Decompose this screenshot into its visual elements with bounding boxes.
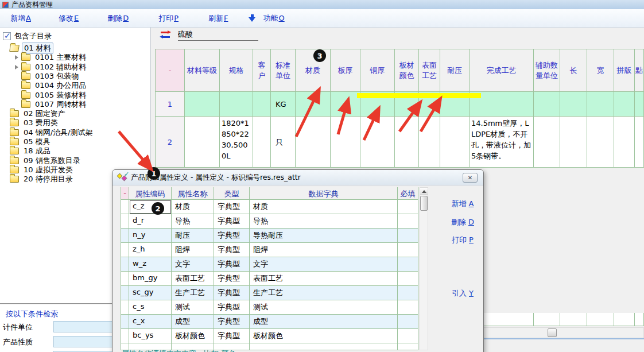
tree-item[interactable]: 02 固定资产 — [3, 109, 67, 118]
table-cell[interactable] — [635, 117, 644, 168]
table-cell[interactable]: 1820*1850*2230,5000L — [220, 117, 253, 168]
table-cell[interactable] — [534, 117, 560, 168]
tree-item[interactable]: 0107 周转材料 — [15, 100, 88, 109]
dialog-grid-row[interactable]: sc_gy生产工艺字典型生产工艺 — [121, 286, 418, 300]
tree-item[interactable]: 10 虚拟开发类 — [3, 165, 75, 175]
table-cell[interactable] — [185, 92, 220, 117]
dialog-grid-cell[interactable]: 材质 — [250, 200, 398, 214]
table-cell[interactable] — [331, 117, 360, 168]
dialog-grid-cell[interactable] — [398, 272, 418, 286]
dialog-grid-cell[interactable] — [398, 257, 418, 272]
tree-item[interactable]: 01 材料 — [3, 44, 53, 53]
tree-item[interactable]: 0101 主要材料 — [15, 53, 88, 62]
dialog-grid-cell[interactable]: 字典型 — [214, 257, 250, 272]
dialog-column-header-必填[interactable]: 必填 — [398, 187, 418, 200]
dialog-grid-cell[interactable]: d_r — [129, 214, 172, 229]
dialog-print-button[interactable]: 打印P — [444, 235, 481, 245]
dialog-column-header-数据字典[interactable]: 数据字典 — [250, 187, 398, 200]
dialog-grid-cell[interactable]: 生产工艺 — [172, 286, 214, 300]
dialog-grid-cell[interactable] — [398, 243, 418, 257]
dialog-grid-cell[interactable]: c_x — [129, 315, 172, 329]
tree-item[interactable]: 0102 辅助材料 — [15, 63, 88, 72]
column-header-长[interactable]: 长 — [560, 49, 587, 92]
table-cell[interactable] — [560, 117, 587, 168]
table-cell[interactable] — [253, 117, 271, 168]
tree-item[interactable]: 0105 装修材料 — [15, 91, 88, 100]
tree-item[interactable]: 18 成品 — [3, 146, 52, 156]
table-cell[interactable]: 14.5mm壁厚，LLDPE材质，不开孔，带液位计，加5条钢带。 — [470, 117, 534, 168]
dialog-grid-cell[interactable]: 材质 — [172, 200, 214, 214]
footer-cell[interactable] — [635, 313, 644, 326]
dialog-grid-cell[interactable]: c_z — [129, 200, 172, 214]
dialog-grid-cell[interactable]: 字典型 — [214, 200, 250, 214]
table-cell[interactable] — [587, 117, 614, 168]
column-header-板厚[interactable]: 板厚 — [331, 49, 360, 92]
dialog-grid-cell[interactable]: c_s — [129, 300, 172, 315]
dialog-grid-cell[interactable]: n_y — [129, 229, 172, 243]
dialog-grid-cell[interactable]: 成型 — [172, 315, 214, 329]
dialog-grid-cell[interactable]: 阻焊 — [172, 243, 214, 257]
dialog-grid-cell[interactable]: 字典型 — [214, 300, 250, 315]
tree-item[interactable]: 0103 包装物 — [15, 72, 80, 81]
dialog-grid-row[interactable]: bc_ys板材颜色字典型板材颜色 — [121, 329, 418, 343]
column-header-客户[interactable]: 客户 — [253, 49, 271, 92]
dialog-grid-cell[interactable] — [398, 214, 418, 229]
column-header-辅助数量单位[interactable]: 辅助数量单位 — [534, 49, 560, 92]
tree-expander-icon[interactable] — [15, 55, 18, 60]
dialog-scrollbar-thumb[interactable] — [420, 196, 428, 211]
dialog-grid-row[interactable]: c_z材质字典型材质 — [121, 200, 418, 214]
scrollbar-up-arrow-icon[interactable] — [420, 188, 428, 195]
table-cell[interactable] — [440, 117, 470, 168]
column-header-铜厚[interactable]: 铜厚 — [360, 49, 395, 92]
dialog-grid-cell[interactable]: 字典型 — [214, 286, 250, 300]
dialog-row-selector-cell[interactable] — [121, 300, 129, 315]
dialog-row-selector-cell[interactable] — [121, 200, 129, 214]
dialog-vertical-scrollbar[interactable] — [420, 187, 428, 350]
footer-cell[interactable] — [534, 313, 560, 326]
footer-cell[interactable] — [560, 313, 587, 326]
dialog-grid-cell[interactable] — [398, 329, 418, 343]
dialog-grid-cell[interactable]: 字典型 — [214, 243, 250, 257]
dialog-row-selector-cell[interactable] — [121, 272, 129, 286]
row-number-cell[interactable]: 2 — [155, 117, 185, 168]
dialog-row-selector-cell[interactable] — [121, 243, 129, 257]
table-cell[interactable]: KG — [271, 92, 296, 117]
toolbar-button-add[interactable]: 新增A — [5, 11, 37, 25]
dialog-grid-cell[interactable]: 耐压 — [172, 229, 214, 243]
dialog-row-selector-cell[interactable] — [121, 315, 129, 329]
dialog-column-header-selector[interactable]: - — [121, 187, 129, 200]
dialog-grid-cell[interactable]: 导热 — [250, 214, 398, 229]
table-cell[interactable] — [534, 92, 560, 117]
dialog-grid-row[interactable]: d_r导热字典型导热 — [121, 214, 418, 229]
toolbar-button-functions[interactable]: 功能O — [257, 11, 290, 25]
dialog-import-button[interactable]: 引入Y — [444, 288, 481, 299]
table-cell[interactable] — [296, 92, 331, 117]
dialog-grid-cell[interactable]: w_z — [129, 257, 172, 272]
tree-item[interactable]: 20 待停用目录 — [3, 175, 75, 184]
toolbar-button-delete[interactable]: 删除D — [102, 11, 134, 25]
dialog-grid-cell[interactable]: 文字 — [172, 257, 214, 272]
column-header-标准单位[interactable]: 标准单位 — [271, 49, 296, 92]
dialog-grid-cell[interactable]: bm_gy — [129, 272, 172, 286]
quick-search-input[interactable] — [178, 29, 258, 41]
dialog-titlebar[interactable]: 产品附加属性定义 - 属性定义 - 标识编号res.res_attr ✕ — [112, 170, 483, 185]
horizontal-scrollbar-thumb[interactable] — [548, 328, 557, 337]
column-header-宽[interactable]: 宽 — [587, 49, 614, 92]
dialog-grid-cell[interactable]: 生产工艺 — [250, 286, 398, 300]
column-header-表面工艺[interactable]: 表面工艺 — [419, 49, 440, 92]
column-header-板材颜色[interactable]: 板材颜色 — [395, 49, 419, 92]
table-cell[interactable] — [185, 117, 220, 168]
dialog-grid-cell[interactable]: 板材颜色 — [250, 329, 398, 343]
table-cell[interactable] — [614, 117, 635, 168]
dialog-grid-cell[interactable] — [398, 300, 418, 315]
dialog-grid-cell[interactable]: z_h — [129, 243, 172, 257]
tree-item[interactable]: 04 钢网/治具/测试架 — [3, 128, 94, 137]
table-cell[interactable] — [587, 92, 614, 117]
table-cell[interactable] — [614, 92, 635, 117]
table-cell[interactable] — [395, 117, 419, 168]
column-header-材料等级[interactable]: 材料等级 — [185, 49, 220, 92]
table-row[interactable]: 21820*1850*2230,5000L只14.5mm壁厚，LLDPE材质，不… — [155, 117, 644, 168]
dialog-column-header-类型[interactable]: 类型 — [214, 187, 250, 200]
dialog-grid-cell[interactable]: bc_ys — [129, 329, 172, 343]
tree-item[interactable]: 0104 办公用品 — [15, 81, 88, 90]
